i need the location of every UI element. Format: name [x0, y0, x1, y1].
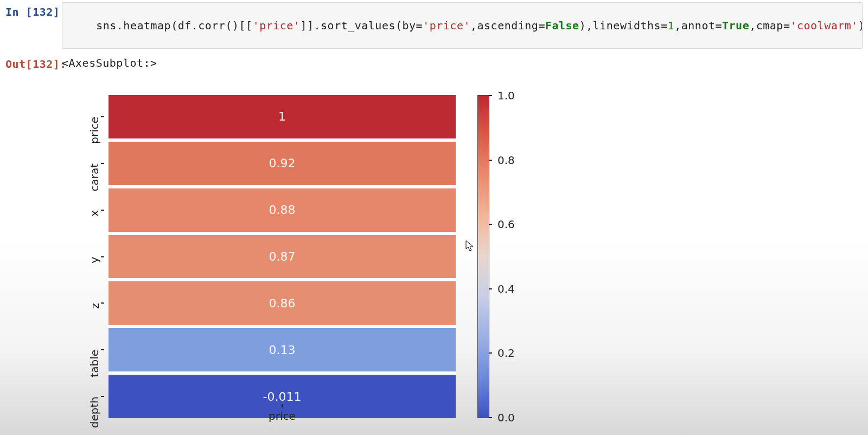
input-cell: In [132]: sns.heatmap(df.corr()[['price'…: [0, 0, 868, 52]
ytick-label: depth: [88, 396, 101, 428]
colorbar-tick: 0.0: [489, 411, 532, 424]
heatmap-cell: 0.86: [108, 281, 456, 325]
colorbar-tick: 0.8: [489, 154, 532, 167]
output-cell: Out[132]: <AxesSubplot:>: [0, 52, 868, 71]
heatmap-axes: 1price0.92carat0.88x0.87y0.86z0.13table-…: [108, 95, 456, 418]
in-prompt: In [132]:: [0, 0, 60, 18]
code-token: ),linewidths=: [579, 19, 668, 32]
colorbar-tick-label: 0.8: [497, 154, 515, 167]
code-token: sns: [96, 19, 117, 32]
colorbar-tick-label: 1.0: [497, 89, 515, 102]
code-token: 'coolwarm': [790, 19, 858, 32]
cursor-icon: [465, 240, 474, 252]
colorbar-tick: 1.0: [489, 89, 532, 102]
ytick-label: z: [88, 303, 101, 309]
code-token: 'price': [423, 19, 470, 32]
code-token: False: [545, 19, 579, 32]
code-token: ]].sort_values(by=: [300, 19, 423, 32]
code-token: ,cmap=: [749, 19, 790, 32]
heatmap-cell: 0.87: [108, 235, 456, 279]
colorbar-tick: 0.2: [489, 346, 532, 360]
code-input[interactable]: sns.heatmap(df.corr()[['price']].sort_va…: [62, 2, 863, 49]
heatmap-cell: 0.88: [108, 188, 456, 232]
code-token: True: [722, 19, 749, 32]
code-token: ,annot=: [674, 19, 722, 32]
colorbar-tick: 0.4: [489, 282, 532, 295]
ytick-label: carat: [88, 163, 101, 192]
output-repr: <AxesSubplot:>: [60, 52, 157, 70]
heatmap-cell: 0.92: [108, 142, 456, 185]
xtick: price: [269, 404, 296, 423]
colorbar-tick-label: 0.6: [497, 218, 515, 231]
code-token: 'price': [253, 19, 301, 32]
code-token: ): [858, 19, 863, 32]
colorbar-tick-label: 0.0: [497, 411, 515, 424]
colorbar-tick-label: 0.2: [497, 346, 515, 360]
out-prompt: Out[132]:: [0, 52, 60, 71]
colorbar-tick-label: 0.4: [497, 282, 515, 295]
colorbar-tick: 0.6: [489, 218, 532, 231]
heatmap-figure: 1price0.92carat0.88x0.87y0.86z0.13table-…: [60, 81, 537, 435]
ytick-label: y: [88, 257, 101, 263]
code-token: ,ascending=: [470, 19, 545, 32]
code-token: .heatmap(df.corr()[[: [117, 19, 253, 32]
code-token: 1: [668, 19, 675, 32]
ytick-label: price: [88, 117, 101, 144]
xlabel: price: [269, 409, 296, 423]
heatmap-cell: 0.13: [108, 328, 456, 371]
ytick-label: table: [88, 350, 101, 377]
ytick-label: x: [88, 210, 101, 217]
heatmap-cell: 1: [108, 95, 456, 138]
colorbar: 0.00.20.40.60.81.0: [477, 95, 489, 418]
